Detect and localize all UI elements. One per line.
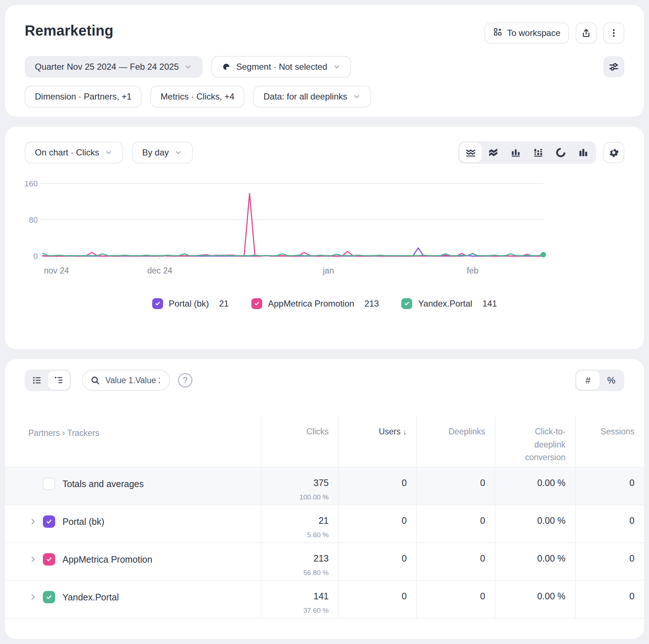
table-header-row: Partners › Trackers Clicks Users↓ Deepli…: [5, 415, 644, 467]
legend-series-name: Portal (bk): [169, 299, 209, 309]
check-icon: [403, 300, 411, 308]
column-header-partners-trackers[interactable]: Partners › Trackers: [28, 427, 100, 440]
table-row-appmetrica-promotion[interactable]: AppMetrica Promotion 213 56.80 % 0 0 0.0…: [5, 542, 644, 580]
report-settings-button[interactable]: [603, 56, 624, 77]
legend-series-value: 21: [219, 299, 229, 309]
svg-text:0: 0: [33, 252, 38, 261]
sessions-value: 0: [576, 553, 634, 564]
column-header-deeplinks[interactable]: Deeplinks: [449, 427, 485, 436]
to-workspace-button[interactable]: To workspace: [484, 23, 569, 44]
search-input[interactable]: [105, 376, 160, 385]
table-view-switcher: [25, 369, 71, 391]
row-label: Portal (bk): [62, 515, 104, 527]
deeplinks-value: 0: [417, 553, 485, 564]
stacked-area-chart-icon: [488, 147, 499, 158]
flat-list-icon: [32, 375, 42, 385]
more-options-button[interactable]: [603, 23, 624, 44]
column-header-conversion[interactable]: Click-to-deeplink conversion: [507, 425, 565, 464]
conversion-value: 0.00 %: [495, 478, 565, 488]
legend-item-appmetrica-promotion[interactable]: AppMetrica Promotion 213: [251, 298, 379, 309]
legend-checkbox[interactable]: [401, 298, 412, 309]
series-checkbox[interactable]: [43, 515, 55, 528]
partners-table: Partners › Trackers Clicks Users↓ Deepli…: [5, 415, 644, 619]
totals-checkbox[interactable]: [43, 478, 55, 490]
metrics-chip[interactable]: Metrics · Clicks, +4: [150, 86, 244, 108]
search-icon: [90, 375, 100, 385]
clicks-percent: 5.60 %: [261, 531, 329, 539]
legend-series-value: 141: [482, 299, 497, 309]
table-row-yandex-portal[interactable]: Yandex.Portal 141 37.60 % 0 0 0.00 % 0: [5, 580, 644, 619]
line-chart-icon: [465, 147, 476, 158]
svg-text:jan: jan: [323, 266, 334, 275]
legend-series-name: Yandex.Portal: [418, 299, 472, 309]
clicks-percent: 56.80 %: [261, 569, 329, 577]
users-value: 0: [339, 515, 407, 526]
series-checkbox[interactable]: [43, 553, 55, 566]
deeplinks-value: 0: [417, 478, 485, 488]
series-checkbox[interactable]: [43, 591, 55, 603]
on-chart-metric-dropdown[interactable]: On chart · Clicks: [25, 142, 123, 163]
line-chart-svg[interactable]: 080160nov 24dec 24janfeb: [25, 170, 548, 279]
column-chart-type-button[interactable]: [572, 143, 595, 162]
expand-chevron-icon[interactable]: [28, 515, 43, 526]
chevron-down-icon: [332, 62, 341, 71]
users-value: 0: [339, 478, 407, 488]
clicks-value: 21: [261, 515, 329, 526]
chart-settings-button[interactable]: [603, 142, 624, 163]
check-icon: [45, 555, 53, 564]
column-header-users[interactable]: Users: [379, 427, 401, 436]
check-icon: [154, 300, 162, 308]
column-header-clicks[interactable]: Clicks: [307, 427, 329, 436]
users-value: 0: [339, 553, 407, 564]
clicks-value: 213: [261, 553, 329, 564]
dimension-chip[interactable]: Dimension · Partners, +1: [25, 86, 142, 108]
svg-text:nov 24: nov 24: [44, 266, 69, 275]
flat-list-view-button[interactable]: [26, 371, 48, 390]
gear-icon: [608, 147, 619, 158]
segment-label: Segment · Not selected: [236, 62, 327, 72]
legend-checkbox[interactable]: [251, 298, 262, 309]
chevron-down-icon: [104, 148, 113, 157]
data-scope-label: Data: for all deeplinks: [263, 92, 347, 102]
clicks-percent: 100.00 %: [261, 493, 329, 501]
share-button[interactable]: [576, 23, 597, 44]
clicks-value: 375: [261, 478, 329, 488]
stacked-area-chart-type-button[interactable]: [482, 143, 504, 162]
stacked-bar-chart-type-button[interactable]: [527, 143, 549, 162]
kebab-menu-icon: [609, 28, 619, 38]
clicks-value: 141: [261, 591, 329, 602]
stacked-bar-chart-icon: [533, 147, 544, 158]
column-header-sessions[interactable]: Sessions: [601, 427, 634, 436]
granularity-dropdown[interactable]: By day: [132, 142, 192, 163]
workspace-grid-plus-icon: [493, 27, 503, 39]
donut-chart-type-button[interactable]: [549, 143, 572, 162]
percent-values-button[interactable]: %: [600, 371, 623, 390]
legend-item-yandex-portal[interactable]: Yandex.Portal 141: [401, 298, 497, 309]
table-row-portal-bk[interactable]: Portal (bk) 21 5.60 % 0 0 0.00 % 0: [5, 505, 644, 542]
segment-chip[interactable]: Segment · Not selected: [211, 56, 351, 78]
table-row-totals: Totals and averages 375 100.00 % 0 0 0.0…: [5, 467, 644, 505]
page-title: Remarketing: [25, 23, 114, 39]
help-icon[interactable]: ?: [178, 373, 192, 388]
data-scope-chip[interactable]: Data: for all deeplinks: [253, 86, 371, 108]
sessions-value: 0: [576, 478, 634, 488]
legend-series-value: 213: [364, 299, 379, 309]
legend-checkbox[interactable]: [152, 298, 163, 309]
expand-chevron-icon[interactable]: [28, 591, 43, 602]
absolute-values-button[interactable]: #: [576, 371, 600, 390]
table-search[interactable]: [82, 370, 170, 391]
svg-text:dec 24: dec 24: [147, 266, 173, 275]
metrics-label: Metrics · Clicks, +4: [161, 92, 234, 102]
deeplinks-value: 0: [417, 515, 485, 526]
check-icon: [45, 593, 53, 602]
expand-chevron-icon[interactable]: [28, 553, 43, 564]
line-chart-type-button[interactable]: [459, 143, 482, 162]
sessions-value: 0: [576, 515, 634, 526]
bar-chart-type-button[interactable]: [504, 143, 527, 162]
date-range-chip[interactable]: Quarter Nov 25 2024 — Feb 24 2025: [25, 56, 203, 78]
tree-list-view-button[interactable]: [48, 371, 70, 390]
sliders-icon: [608, 61, 619, 72]
legend-item-portal-bk[interactable]: Portal (bk) 21: [152, 298, 229, 309]
deeplinks-value: 0: [417, 591, 485, 602]
granularity-label: By day: [142, 147, 169, 158]
